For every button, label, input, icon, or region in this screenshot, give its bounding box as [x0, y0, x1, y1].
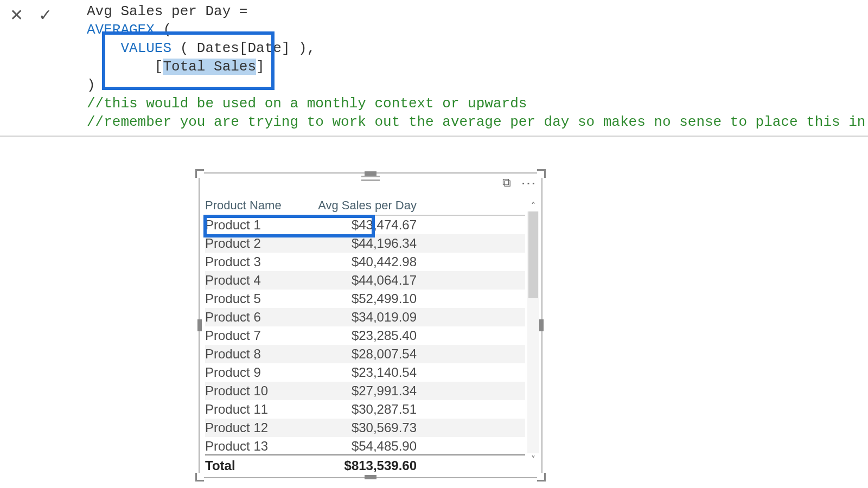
table-visual[interactable]: ⧉ ⋯ Product Name Avg Sales per Day Produ…	[200, 174, 541, 477]
resize-handle-br[interactable]	[537, 473, 546, 481]
resize-handle-bl[interactable]	[195, 473, 204, 481]
visual-drag-handle-icon[interactable]	[361, 176, 380, 181]
table-row[interactable]: Product 8$28,007.54	[205, 345, 525, 363]
table-row[interactable]: Product 2$44,196.34	[205, 234, 525, 253]
formula-measure-name: Avg Sales per Day =	[87, 3, 256, 20]
scroll-down-icon[interactable]: ˅	[527, 453, 539, 465]
scroll-up-icon[interactable]: ˄	[527, 200, 539, 211]
table-row[interactable]: Product 11$30,287.51	[205, 400, 525, 419]
resize-handle-tl[interactable]	[195, 169, 204, 178]
dax-formula-editor[interactable]: Avg Sales per Day = AVERAGEX ( VALUES ( …	[87, 2, 863, 131]
focus-mode-icon[interactable]: ⧉	[502, 176, 511, 190]
resize-handle-tr[interactable]	[537, 169, 546, 178]
table-total-row: Total $813,539.60	[205, 454, 525, 474]
table-row[interactable]: Product 10$27,991.34	[205, 382, 525, 400]
dax-comment-2: //remember you are trying to work out th…	[87, 114, 868, 130]
table-row[interactable]: Product 9$23,140.54	[205, 363, 525, 382]
cancel-formula-icon[interactable]: ✕	[10, 5, 23, 24]
resize-handle-right[interactable]	[539, 319, 544, 331]
total-label: Total	[205, 458, 308, 473]
table-row[interactable]: Product 7$23,285.40	[205, 326, 525, 345]
table-row[interactable]: Product 1$43,474.67	[205, 216, 525, 234]
table-row[interactable]: Product 12$30,569.73	[205, 419, 525, 437]
resize-handle-top[interactable]	[365, 171, 376, 176]
dax-comment-1: //this would be used on a monthly contex…	[87, 95, 527, 112]
dax-keyword-averagex: AVERAGEX	[87, 22, 155, 38]
scrollbar-thumb[interactable]	[528, 211, 538, 298]
dax-measure-ref: Total Sales	[163, 59, 256, 75]
col-header-product[interactable]: Product Name	[205, 198, 308, 213]
data-table: Product Name Avg Sales per Day Product 1…	[205, 198, 525, 474]
table-row[interactable]: Product 3$40,442.98	[205, 253, 525, 271]
table-row[interactable]: Product 13$54,485.90	[205, 437, 525, 454]
table-row[interactable]: Product 5$52,499.10	[205, 290, 525, 308]
col-header-avg[interactable]: Avg Sales per Day	[308, 198, 417, 213]
table-body: Product 1$43,474.67 Product 2$44,196.34 …	[205, 216, 525, 454]
scrollbar-track[interactable]	[527, 211, 539, 453]
resize-handle-bottom[interactable]	[365, 475, 376, 479]
more-options-icon[interactable]: ⋯	[521, 174, 537, 192]
total-value: $813,539.60	[308, 458, 417, 473]
resize-handle-left[interactable]	[197, 319, 202, 331]
table-row[interactable]: Product 6$34,019.09	[205, 308, 525, 326]
table-scrollbar[interactable]: ˄ ˅	[527, 200, 539, 465]
table-row[interactable]: Product 4$44,064.17	[205, 271, 525, 290]
dax-keyword-values: VALUES	[120, 40, 171, 56]
table-header: Product Name Avg Sales per Day	[205, 198, 525, 216]
formula-bar: ✕ ✓ Avg Sales per Day = AVERAGEX ( VALUE…	[0, 0, 868, 137]
commit-formula-icon[interactable]: ✓	[39, 5, 52, 24]
